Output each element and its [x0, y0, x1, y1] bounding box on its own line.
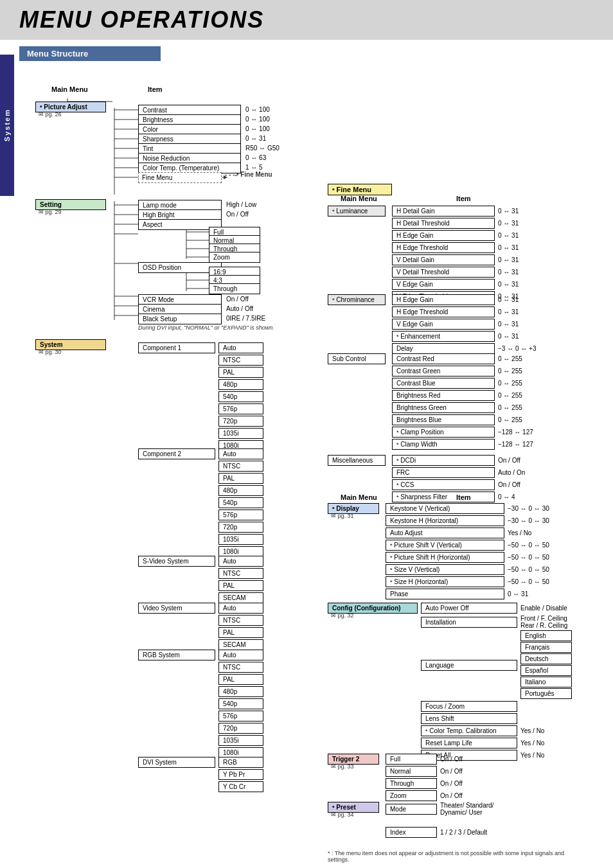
c1-auto: Auto — [218, 342, 263, 353]
vs-pal: PAL — [218, 627, 263, 638]
color-temp-value: 1 ↔ 5 — [245, 164, 263, 171]
pic-shift-v: * Picture Shift V (Vertical) — [386, 540, 504, 551]
black-setup-item: Black Setup — [138, 314, 222, 324]
trig-through: Through — [386, 778, 437, 789]
black-setup-value: 0IRE / 7.5IRE — [226, 315, 265, 322]
trigger2-ref: ✉ pg. 33 — [331, 763, 354, 770]
system-ref: ✉ pg. 30 — [39, 349, 62, 355]
clamp-position: * Clamp Position — [392, 427, 495, 438]
brightness-value: 0 ↔ 100 — [245, 116, 270, 123]
keystone-h: Keystone H (Horizontal) — [386, 515, 504, 526]
col-header-main: Main Menu — [51, 85, 88, 93]
sharpness-filter: * Sharpness Filter — [392, 492, 495, 502]
noise-reduction-value: 0 ↔ 63 — [245, 154, 266, 161]
brightness-green: Brightness Green — [392, 402, 495, 413]
preset-ref: ✉ pg. 34 — [331, 811, 354, 818]
section-title-box: Menu Structure — [19, 46, 161, 61]
c1-1035i: 1035i — [218, 428, 263, 439]
chrominance-box: * Chrominance — [328, 294, 386, 305]
auto-adjust: Auto Adjust — [386, 527, 504, 538]
luminance-box: * Luminance — [328, 206, 386, 217]
brightness-blue: Brightness Blue — [392, 414, 495, 425]
ccs: * CCS — [392, 479, 495, 490]
setting-note: During DVI input, "NORMAL" or "EXPAND" i… — [138, 324, 274, 331]
section-title: Menu Structure — [27, 49, 88, 58]
picture-adjust-ref: ✉ pg. 26 — [39, 111, 62, 118]
rgb-540p: 540p — [218, 698, 263, 709]
auto-power-off: Auto Power Off — [421, 603, 517, 614]
c2-pal: PAL — [218, 473, 263, 484]
config-items: Auto Power Off Enable / Disable Installa… — [421, 603, 572, 762]
vs-auto: Auto — [218, 603, 263, 614]
clamp-width: * Clamp Width — [392, 439, 495, 450]
focus-zoom: Focus / Zoom — [421, 701, 517, 712]
luminance-items: H Detail Gain 0 ↔ 31 H Detail Threshold … — [392, 206, 519, 303]
setting-ref: ✉ pg. 29 — [39, 209, 62, 215]
chrominance-items: H Edge Gain 0 ↔ 31 H Edge Threshold 0 ↔ … — [392, 294, 536, 355]
lang-espanol: Español — [520, 665, 572, 676]
rgb-1035i: 1035i — [218, 735, 263, 746]
aspect-zoom: Zoom — [209, 252, 260, 263]
chrom-h-edge-gain: H Edge Gain — [392, 294, 495, 305]
osd-through: Through — [209, 283, 260, 294]
c1-pal: PAL — [218, 367, 263, 378]
h-detail-threshold: H Detail Threshold — [392, 218, 495, 229]
fine-menu-box: * Fine Menu — [328, 184, 392, 195]
col-header-item: Item — [148, 85, 163, 93]
dvi-system-item: DVI System — [138, 757, 215, 768]
rgb-pal: PAL — [218, 674, 263, 685]
main-content: Menu Structure — [0, 40, 613, 868]
c1-540p: 540p — [218, 391, 263, 402]
c2-576p: 576p — [218, 509, 263, 520]
dvi-rgb: RGB — [218, 757, 263, 768]
display-ref: ✉ pg. 31 — [331, 513, 354, 519]
sub-control-box: Sub Control — [328, 353, 386, 364]
footnote-text: * : The menu item does not appear or adj… — [328, 850, 564, 863]
c2-480p: 480p — [218, 485, 263, 496]
page-header: MENU OPERATIONS — [0, 0, 613, 40]
brightness-red: Brightness Red — [392, 390, 495, 401]
col-header-main-right: Main Menu — [341, 195, 377, 202]
contrast-green: Contrast Green — [392, 366, 495, 376]
size-h: * Size H (Horizontal) — [386, 576, 504, 587]
c2-540p: 540p — [218, 497, 263, 508]
vs-secam: SECAM — [218, 639, 263, 650]
sv-auto: Auto — [218, 556, 263, 567]
dvi-sub: RGB Y Pb Pr Y Cb Cr — [218, 757, 263, 793]
rgb-sub: Auto NTSC PAL 480p 540p 576p 720p 1035i … — [218, 650, 263, 759]
c2-auto: Auto — [218, 448, 263, 459]
color-temp-cal: * Color Temp. Calibration — [421, 725, 517, 736]
rgb-system-item: RGB System — [138, 650, 215, 660]
picture-adjust-label: Picture Adjust — [44, 103, 87, 111]
config-ref: ✉ pg. 32 — [331, 612, 354, 619]
trig-full: Full — [386, 754, 437, 765]
preset-items: Mode Theater/ Standard/Dynamic/ User Ind… — [386, 802, 493, 839]
sv-pal: PAL — [218, 580, 263, 591]
delay: Delay — [392, 343, 495, 354]
dvi-ypbpr: Y Pb Pr — [218, 769, 263, 780]
diagram-area: Main Menu Item * Picture Adjust ✉ pg. 26… — [19, 66, 610, 868]
dcddi: * DCDi — [392, 455, 495, 466]
lang-deutsch: Deutsch — [520, 653, 572, 664]
svideo-sub: Auto NTSC PAL SECAM — [218, 556, 263, 605]
video-system-item: Video System — [138, 603, 215, 614]
language: Language — [421, 660, 517, 671]
sv-secam: SECAM — [218, 592, 263, 603]
col-header-main2: Main Menu — [341, 493, 377, 501]
dvi-ycbcr: Y Cb Cr — [218, 781, 263, 792]
component1-sub: Auto NTSC PAL 480p 540p 576p 720p 1035i … — [218, 342, 263, 452]
c1-720p: 720p — [218, 416, 263, 427]
contrast-value: 0 ↔ 100 — [245, 106, 270, 113]
footnote: * : The menu item does not appear or adj… — [328, 850, 585, 863]
contrast-blue: Contrast Blue — [392, 378, 495, 389]
h-edge-gain: H Edge Gain — [392, 230, 495, 241]
lang-portugues: Português — [520, 688, 572, 699]
preset-index: Index — [386, 827, 437, 838]
lamp-mode-value: High / Low — [226, 201, 256, 208]
rgb-576p: 576p — [218, 711, 263, 722]
phase: Phase — [386, 589, 504, 599]
component2-sub: Auto NTSC PAL 480p 540p 576p 720p 1035i … — [218, 448, 263, 558]
col-header-item-right: Item — [456, 195, 471, 202]
rgb-ntsc: NTSC — [218, 662, 263, 673]
c2-1035i: 1035i — [218, 534, 263, 545]
